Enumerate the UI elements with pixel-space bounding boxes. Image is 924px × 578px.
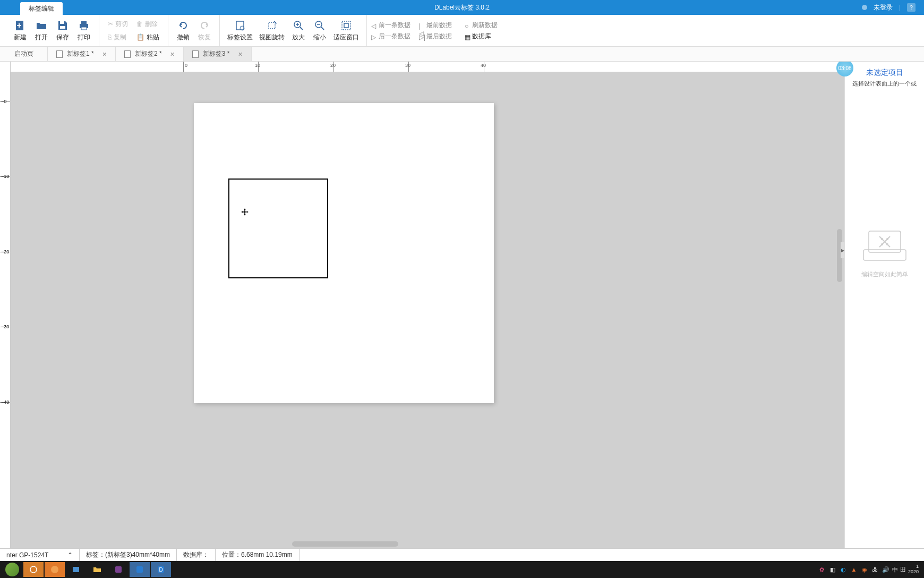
print-button[interactable]: 打印	[73, 17, 95, 44]
first-record-button[interactable]: |◁最前数据	[419, 21, 456, 30]
help-icon[interactable]: ?	[907, 3, 916, 12]
tray-icon-2[interactable]: ◧	[828, 565, 837, 574]
svg-line-16	[321, 27, 324, 30]
save-icon	[56, 19, 69, 32]
tray-icon-5[interactable]: ◉	[860, 565, 869, 574]
database-icon: ▦	[465, 33, 470, 39]
prev-record-button[interactable]: ◁前一条数据	[371, 21, 410, 30]
taskbar-app-1[interactable]	[23, 562, 44, 577]
title-tab[interactable]: 标签编辑	[20, 2, 63, 15]
close-icon[interactable]: ×	[102, 50, 107, 58]
last-icon: ▷|	[419, 33, 424, 39]
paste-button[interactable]: 📋 粘贴	[132, 32, 164, 43]
undo-button[interactable]: 撤销	[173, 17, 194, 44]
tab-label2[interactable]: 新标签2 * ×	[116, 47, 184, 61]
next-record-button[interactable]: ▷后一条数据	[371, 32, 410, 41]
new-icon	[14, 19, 27, 32]
svg-rect-19	[344, 23, 348, 28]
taskbar-app-4[interactable]	[108, 562, 129, 577]
save-button[interactable]: 保存	[52, 17, 73, 44]
zoom-in-button[interactable]: 放大	[288, 17, 309, 44]
tab-label3[interactable]: 新标签3 * ×	[184, 47, 252, 61]
refresh-icon: ○	[465, 22, 470, 28]
tray-icon-4[interactable]: ▲	[850, 565, 858, 574]
cut-icon: ✂	[108, 20, 113, 28]
horizontal-ruler: 0 10 20 30 40	[11, 62, 844, 72]
svg-rect-10	[269, 22, 275, 29]
time-badge: 03:08	[836, 62, 853, 76]
taskbar-app-2[interactable]	[45, 562, 65, 577]
tray-volume-icon[interactable]: 🔊	[882, 565, 890, 574]
tab-start[interactable]: 启动页	[0, 47, 48, 61]
open-button[interactable]: 打开	[31, 17, 52, 44]
canvas-viewport[interactable]	[11, 72, 844, 548]
panel-illustration: 编辑空间如此简单	[861, 226, 909, 278]
vertical-ruler: −0 −10 −20 −30 −40	[0, 62, 11, 548]
horizontal-scrollbar[interactable]	[11, 541, 844, 547]
tray-ime[interactable]: 中	[892, 566, 898, 574]
taskbar-app-3[interactable]	[66, 562, 86, 577]
toolbar: 新建 打开 保存 打印 ✂ 剪切 ⎘ 复制 🗑	[0, 15, 924, 47]
collapse-handle[interactable]: ▶	[841, 242, 845, 258]
vertical-scrollbar[interactable]	[837, 72, 843, 548]
properties-panel: 03:08 ▶ 未选定项目 选择设计表面上的一个或 编辑空间如此简单	[844, 62, 924, 548]
document-tabs: 启动页 新标签1 * × 新标签2 * × 新标签3 * ×	[0, 47, 924, 62]
tray-icon-1[interactable]: ✿	[818, 565, 826, 574]
label-canvas[interactable]	[194, 103, 494, 403]
delete-button[interactable]: 🗑 删除	[132, 19, 164, 30]
svg-point-28	[30, 566, 37, 573]
taskbar-app-dlabel[interactable]: D	[151, 562, 171, 577]
fit-window-icon	[340, 19, 353, 32]
svg-point-27	[886, 243, 888, 245]
status-printer[interactable]: nter GP-1524T ⌃	[0, 549, 80, 561]
tray-clock[interactable]: 1 2020	[908, 564, 919, 575]
close-icon[interactable]: ×	[238, 50, 242, 58]
tab-label1[interactable]: 新标签1 * ×	[48, 47, 116, 61]
open-icon	[35, 19, 48, 32]
new-button[interactable]: 新建	[10, 17, 31, 44]
redo-icon	[198, 19, 211, 32]
login-status-icon	[862, 5, 867, 10]
close-icon[interactable]: ×	[170, 50, 175, 58]
status-label: 标签：(新标签3)40mm*40mm	[80, 549, 177, 561]
doc-icon	[56, 50, 63, 58]
svg-rect-18	[342, 21, 350, 30]
titlebar: 标签编辑 DLabel云标签 3.0.2 未登录 | ?	[0, 0, 924, 15]
view-rotate-button[interactable]: 视图旋转	[256, 17, 288, 44]
taskbar-explorer[interactable]	[87, 562, 107, 577]
tray-extra[interactable]: 田	[900, 566, 906, 574]
copy-button[interactable]: ⎘ 复制	[104, 32, 132, 43]
start-menu-button[interactable]	[2, 562, 22, 577]
last-record-button[interactable]: ▷|最后数据	[419, 32, 456, 41]
rotate-icon	[266, 19, 278, 32]
panel-title: 未选定项目	[866, 68, 903, 78]
svg-rect-30	[73, 567, 79, 572]
svg-rect-4	[60, 26, 65, 29]
app-title: DLabel云标签 3.0.2	[434, 3, 490, 12]
tray-network-icon[interactable]: 🖧	[871, 565, 879, 574]
tray-icon-3[interactable]: ◐	[839, 565, 848, 574]
login-status[interactable]: 未登录	[874, 3, 893, 12]
taskbar: D ✿ ◧ ◐ ▲ ◉ 🖧 🔊 中 田 1 2020	[0, 561, 924, 578]
database-button[interactable]: ▦数据库	[465, 32, 502, 41]
redo-button[interactable]: 恢复	[194, 17, 215, 44]
print-icon	[78, 19, 90, 32]
status-database: 数据库：	[177, 549, 216, 561]
rectangle-shape[interactable]	[228, 178, 328, 278]
doc-icon	[124, 50, 131, 58]
chevron-up-icon: ⌃	[67, 551, 73, 559]
status-position: 位置：6.68mm 10.19mm	[216, 549, 300, 561]
refresh-record-button[interactable]: ○刷新数据	[465, 21, 502, 30]
svg-rect-2	[17, 25, 21, 26]
cut-button[interactable]: ✂ 剪切	[104, 19, 132, 30]
fit-window-button[interactable]: 适应窗口	[330, 17, 362, 44]
prev-icon: ◁	[371, 22, 377, 28]
first-icon: |◁	[419, 22, 424, 28]
svg-rect-20	[863, 250, 906, 260]
zoom-out-button[interactable]: 缩小	[309, 17, 330, 44]
paste-icon: 📋	[136, 33, 144, 41]
zoom-out-icon	[313, 19, 326, 32]
svg-rect-6	[81, 21, 87, 24]
label-settings-button[interactable]: 标签设置	[224, 17, 256, 44]
taskbar-app-5[interactable]	[130, 562, 150, 577]
